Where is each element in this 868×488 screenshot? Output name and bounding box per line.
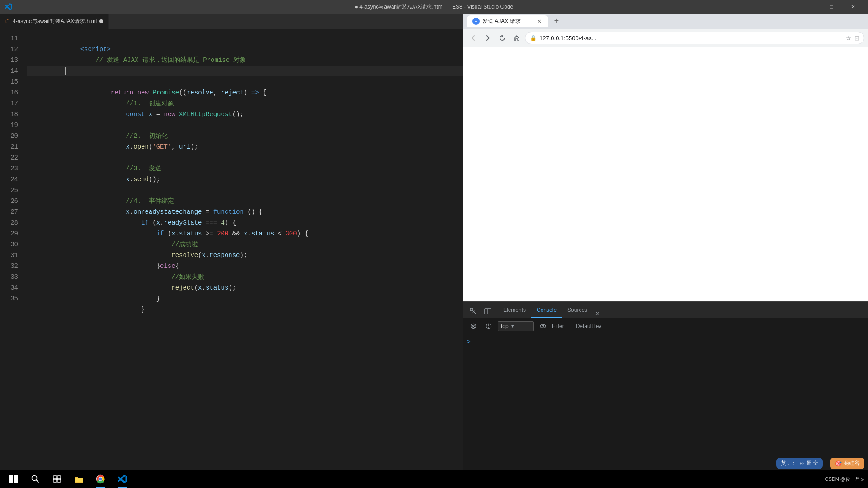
browser-new-tab-button[interactable]: + bbox=[550, 15, 563, 28]
shanghuyai-button[interactable]: 🎯 商硅谷 bbox=[830, 458, 864, 469]
console-eye-button[interactable] bbox=[537, 320, 549, 333]
devtools-tab-elements[interactable]: Elements bbox=[498, 303, 531, 318]
chrome-icon bbox=[95, 474, 105, 484]
reload-button[interactable] bbox=[496, 32, 509, 44]
editor-area: ⬡ 4-async与await封装AJAX请求.html 11 12 13 14… bbox=[0, 14, 463, 470]
svg-point-11 bbox=[542, 325, 544, 327]
code-line-17: const x = new XMLHttpRequest(); bbox=[27, 98, 463, 109]
browser-tab-label: 发送 AJAX 请求 bbox=[482, 18, 521, 25]
code-editor-content[interactable]: <script> // 发送 AJAX 请求，返回的结果是 Promise 对象… bbox=[23, 29, 463, 470]
code-line-22: //3. 发送 bbox=[27, 152, 463, 163]
code-line-27: if (x.readyState === 4) { bbox=[27, 206, 463, 217]
shanghuyai-icon: 🎯 bbox=[835, 460, 842, 467]
console-context-dropdown[interactable]: top ▼ bbox=[498, 321, 534, 331]
search-taskbar-button[interactable] bbox=[25, 470, 45, 488]
line-num-13: 13 bbox=[0, 55, 18, 66]
line-num-28: 28 bbox=[0, 217, 18, 228]
devtools-tab-console[interactable]: Console bbox=[531, 303, 562, 318]
svg-point-9 bbox=[488, 327, 489, 328]
svg-rect-14 bbox=[53, 476, 57, 479]
line-num-33: 33 bbox=[0, 272, 18, 282]
ime-icons: ⊙ 圖 全 bbox=[800, 460, 818, 467]
clear-console-button[interactable] bbox=[467, 320, 480, 333]
code-line-16: //1. 创建对象 bbox=[27, 87, 463, 98]
code-line-21 bbox=[27, 141, 463, 152]
console-prompt-row[interactable]: > bbox=[463, 336, 868, 347]
code-line-29: //成功啦 bbox=[27, 228, 463, 239]
line-num-31: 31 bbox=[0, 250, 18, 261]
title-bar-title: ● 4-async与await封装AJAX请求.html — ES8 - Vis… bbox=[355, 3, 514, 11]
svg-rect-1 bbox=[470, 308, 473, 311]
code-line-23: x.send(); bbox=[27, 163, 463, 174]
code-line-33: reject(x.status); bbox=[27, 272, 463, 282]
devtools-more-tabs-button[interactable]: » bbox=[593, 310, 603, 318]
editor-tab-active[interactable]: ⬡ 4-async与await封装AJAX请求.html bbox=[0, 14, 109, 29]
vscode-taskbar-item[interactable] bbox=[112, 470, 132, 488]
chevron-down-icon: ▼ bbox=[510, 324, 515, 328]
browser-tab-active[interactable]: 发送 AJAX 请求 × bbox=[467, 15, 548, 27]
line-num-30: 30 bbox=[0, 239, 18, 250]
vscode-icon bbox=[5, 3, 12, 10]
code-line-31: }else{ bbox=[27, 250, 463, 261]
taskbar-status-text: CSDN @俊一星⊙ bbox=[825, 476, 864, 483]
file-explorer-icon bbox=[74, 474, 84, 484]
tab-modified-dot bbox=[99, 19, 103, 23]
ime-bar: 英 . ： ⊙ 圖 全 bbox=[776, 458, 823, 469]
preserve-log-button[interactable] bbox=[482, 320, 495, 333]
code-line-11: <script> bbox=[27, 33, 463, 44]
browser-tab-close[interactable]: × bbox=[536, 18, 543, 25]
task-view-button[interactable] bbox=[47, 470, 67, 488]
code-container[interactable]: 11 12 13 14 15 16 17 18 19 20 21 22 23 2… bbox=[0, 29, 463, 470]
line-num-25: 25 bbox=[0, 185, 18, 196]
code-line-28: if (x.status >= 200 && x.status < 300) { bbox=[27, 217, 463, 228]
line-num-21: 21 bbox=[0, 141, 18, 152]
bookmark-star-icon[interactable]: ☆ bbox=[846, 34, 852, 42]
browser-content-area bbox=[463, 47, 868, 301]
svg-rect-16 bbox=[53, 479, 57, 482]
line-num-16: 16 bbox=[0, 87, 18, 98]
code-line-13: function sendAJAX(url) { bbox=[27, 55, 463, 66]
code-line-34: } bbox=[27, 282, 463, 293]
code-line-32: //如果失败 bbox=[27, 261, 463, 272]
browser-chrome: 发送 AJAX 请求 × + bbox=[463, 14, 868, 47]
address-bar[interactable]: 🔒 127.0.0.1:5500/4-as... ☆ ⊡ bbox=[525, 32, 864, 44]
inspect-element-button[interactable] bbox=[467, 305, 480, 318]
file-explorer-taskbar-item[interactable] bbox=[69, 470, 89, 488]
cast-icon[interactable]: ⊡ bbox=[854, 35, 859, 42]
line-num-29: 29 bbox=[0, 228, 18, 239]
line-num-18: 18 bbox=[0, 109, 18, 120]
taskbar-right-area: CSDN @俊一星⊙ bbox=[825, 476, 864, 483]
maximize-button[interactable]: □ bbox=[821, 0, 842, 14]
split-pane-button[interactable] bbox=[481, 305, 494, 318]
code-line-30: resolve(x.response); bbox=[27, 239, 463, 250]
windows-icon bbox=[9, 475, 18, 483]
devtools-console-content: > bbox=[463, 334, 868, 470]
back-button[interactable] bbox=[467, 32, 480, 44]
minimize-button[interactable]: — bbox=[799, 0, 820, 14]
code-line-35: } bbox=[27, 293, 463, 304]
devtools-panel: Elements Console Sources » bbox=[463, 301, 868, 470]
lock-icon: 🔒 bbox=[530, 35, 537, 41]
line-num-22: 22 bbox=[0, 152, 18, 163]
line-num-14: 14 bbox=[0, 66, 18, 76]
code-line-26: x.onreadystatechange = function () { bbox=[27, 196, 463, 206]
close-button[interactable]: ✕ bbox=[843, 0, 863, 14]
filter-label: Filter bbox=[552, 323, 564, 329]
home-button[interactable] bbox=[510, 32, 523, 44]
chrome-taskbar-item[interactable] bbox=[90, 470, 110, 488]
vscode-taskbar-icon bbox=[117, 474, 127, 484]
browser-title-bar: 发送 AJAX 请求 × + bbox=[463, 14, 868, 29]
line-num-26: 26 bbox=[0, 196, 18, 206]
forward-button[interactable] bbox=[481, 32, 494, 44]
devtools-tab-sources[interactable]: Sources bbox=[562, 303, 593, 318]
line-numbers: 11 12 13 14 15 16 17 18 19 20 21 22 23 2… bbox=[0, 29, 23, 470]
start-button[interactable] bbox=[4, 470, 24, 488]
tab-label: 4-async与await封装AJAX请求.html bbox=[13, 18, 97, 25]
line-num-17: 17 bbox=[0, 98, 18, 109]
code-line-18 bbox=[27, 109, 463, 120]
devtools-console-toolbar: top ▼ Filter Default lev bbox=[463, 318, 868, 334]
code-line-14 bbox=[27, 66, 463, 76]
line-num-15: 15 bbox=[0, 76, 18, 87]
line-num-34: 34 bbox=[0, 282, 18, 293]
svg-point-10 bbox=[540, 324, 546, 328]
